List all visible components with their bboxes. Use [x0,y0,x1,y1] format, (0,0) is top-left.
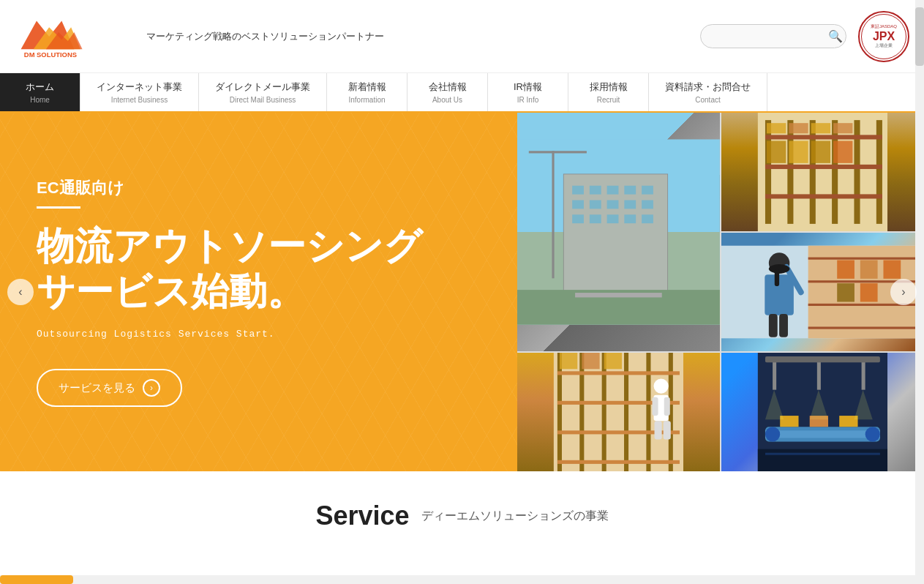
svg-rect-93 [862,360,865,390]
warehouse2-svg [517,353,720,471]
svg-rect-22 [642,214,653,223]
nav-item-about[interactable]: 会社情報 About Us [407,73,488,111]
svg-rect-92 [817,360,821,390]
logo-area: DM SOLUTIONS [15,15,132,59]
svg-rect-55 [860,283,878,302]
svg-rect-14 [590,200,601,209]
svg-rect-47 [808,258,924,260]
svg-text:DM SOLUTIONS: DM SOLUTIONS [24,50,77,59]
svg-rect-24 [529,151,587,153]
svg-rect-51 [837,260,854,278]
scrollbar[interactable] [915,0,924,546]
hero-section: ‹ EC通販向け 物流アウトソーシング サービス始動。 Outsourcing … [0,113,924,471]
hero-cta-label: サービスを見る [59,381,135,395]
svg-rect-99 [765,453,880,455]
nav-label-internet: インターネット事業 [97,81,182,94]
svg-rect-78 [655,421,662,439]
hero-prev-button[interactable]: ‹ [7,279,34,305]
nav-link-ir[interactable]: IR情報 IR Info [488,73,568,111]
search-icon[interactable]: 🔍 [828,29,843,43]
nav-item-ir[interactable]: IR情報 IR Info [488,73,568,111]
nav-link-directmail[interactable]: ダイレクトメール事業 Direct Mail Business [199,73,327,111]
scrollbar-thumb[interactable] [915,7,924,66]
svg-rect-41 [767,141,786,162]
hero-cta-button[interactable]: サービスを見る › [37,369,182,407]
svg-rect-35 [765,165,882,169]
nav-label-about: 会社情報 [429,81,467,94]
hero-next-button[interactable]: › [890,279,917,305]
nav-sub-home: Home [30,96,50,104]
nav-link-recruit[interactable]: 採用情報 Recruit [568,73,649,111]
site-header: DM SOLUTIONS マーケティング戦略のベストソリューションパートナー 🔍… [0,0,924,73]
nav-label-ir: IR情報 [514,81,542,94]
svg-rect-94 [765,356,880,362]
svg-rect-64 [557,353,562,471]
jpx-badge[interactable]: 東証JASDAQ JPX 上場企業 [858,11,909,62]
svg-rect-66 [602,353,606,471]
nav-link-internet[interactable]: インターネット事業 Internet Business [80,73,199,111]
nav-sub-contact: Contact [695,96,720,104]
svg-point-86 [765,427,780,441]
jpx-logo-text: JPX [873,30,895,43]
svg-rect-8 [572,186,584,195]
nav-label-directmail: ダイレクトメール事業 [215,81,310,94]
svg-rect-39 [811,123,830,133]
hero-image-conveyor [721,353,924,471]
nav-link-news[interactable]: 新着情報 Information [327,73,407,111]
svg-rect-82 [604,353,622,369]
svg-rect-36 [765,194,882,198]
svg-rect-20 [607,214,619,223]
svg-rect-79 [664,421,671,439]
hero-cta-arrow-icon: › [143,379,160,397]
nav-link-home[interactable]: ホーム Home [0,73,80,111]
service-title: Service ディーエムソリューションズの事業 [15,501,909,531]
svg-point-87 [865,427,880,441]
nav-item-internet[interactable]: インターネット事業 Internet Business [80,73,199,111]
jpx-top-text: 東証JASDAQ [871,24,897,30]
logo-image[interactable]: DM SOLUTIONS [15,15,102,59]
service-japanese-label: ディーエムソリューションズの事業 [421,509,609,524]
svg-rect-19 [590,214,601,223]
nav-sub-directmail: Direct Mail Business [230,96,296,104]
svg-rect-17 [642,200,653,209]
nav-sub-about: About Us [432,96,462,104]
svg-rect-11 [625,186,636,195]
search-bar[interactable]: 🔍 [700,24,846,48]
hero-image-warehouse1 [721,113,924,231]
svg-rect-81 [582,353,600,369]
building-svg [517,113,720,351]
search-input[interactable] [711,31,828,42]
nav-sub-news: Information [348,96,385,104]
nav-link-contact[interactable]: 資料請求・お問合せ Contact [649,73,767,111]
nav-sub-internet: Internet Business [111,96,168,104]
svg-rect-65 [580,353,585,471]
svg-rect-53 [884,260,901,278]
svg-rect-98 [758,449,887,471]
nav-label-news: 新着情報 [348,81,386,94]
svg-rect-80 [560,353,577,369]
svg-rect-40 [833,123,852,133]
svg-rect-13 [572,200,584,209]
main-nav: ホーム Home インターネット事業 Internet Business ダイレ… [0,73,924,113]
svg-rect-34 [765,135,882,139]
svg-rect-21 [625,214,636,223]
nav-item-news[interactable]: 新着情報 Information [327,73,407,111]
nav-item-recruit[interactable]: 採用情報 Recruit [568,73,649,111]
svg-rect-12 [642,186,653,195]
nav-item-contact[interactable]: 資料請求・お問合せ Contact [649,73,767,111]
svg-point-61 [769,264,789,274]
svg-rect-54 [837,283,854,302]
hero-left-content: EC通販向け 物流アウトソーシング サービス始動。 Outsourcing Lo… [0,113,517,471]
nav-link-about[interactable]: 会社情報 About Us [407,73,488,111]
nav-item-home[interactable]: ホーム Home [0,73,80,111]
nav-item-directmail[interactable]: ダイレクトメール事業 Direct Mail Business [199,73,327,111]
svg-rect-43 [811,141,830,162]
hero-title-line2: サービス始動。 [37,270,305,312]
svg-rect-18 [572,214,584,223]
svg-rect-91 [773,360,776,390]
service-section: Service ディーエムソリューションズの事業 [0,471,924,546]
svg-rect-50 [808,326,924,329]
hero-tag: EC通販向け [37,177,481,199]
hero-title-line1: 物流アウトソーシング [37,225,422,267]
svg-point-74 [654,378,669,393]
